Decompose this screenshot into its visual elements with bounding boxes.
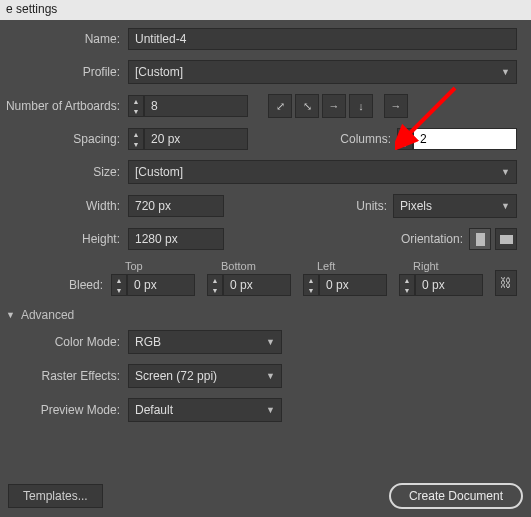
chevron-down-icon: ▼ [266, 371, 275, 381]
orientation-landscape[interactable] [495, 228, 517, 250]
units-select[interactable]: Pixels ▼ [393, 194, 517, 218]
size-label: Size: [0, 165, 128, 179]
raster-value: Screen (72 ppi) [135, 369, 217, 383]
raster-label: Raster Effects: [0, 369, 128, 383]
profile-select[interactable]: [Custom] ▼ [128, 60, 517, 84]
advanced-toggle[interactable]: ▼ Advanced [6, 308, 517, 322]
raster-select[interactable]: Screen (72 ppi) ▼ [128, 364, 282, 388]
width-label: Width: [0, 199, 128, 213]
stepper-down-icon[interactable]: ▼ [129, 106, 143, 116]
grid-by-col-icon[interactable]: ⤡ [295, 94, 319, 118]
columns-stepper[interactable]: ▲▼ [397, 128, 517, 150]
disclosure-triangle-icon: ▼ [6, 310, 15, 320]
units-value: Pixels [400, 199, 432, 213]
bleed-bottom-stepper[interactable]: ▲▼ [207, 274, 291, 296]
chevron-down-icon: ▼ [266, 337, 275, 347]
stepper-up-icon[interactable]: ▲ [129, 129, 143, 139]
size-value: [Custom] [135, 165, 183, 179]
preview-value: Default [135, 403, 173, 417]
bleed-top-input[interactable] [127, 274, 195, 296]
spacing-input[interactable] [144, 128, 248, 150]
bleed-label: Bleed: [0, 278, 111, 292]
advanced-label: Advanced [21, 308, 74, 322]
create-document-button[interactable]: Create Document [389, 483, 523, 509]
chevron-down-icon: ▼ [501, 67, 510, 77]
bleed-bottom-input[interactable] [223, 274, 291, 296]
artboards-label: Number of Artboards: [0, 99, 128, 113]
bleed-left-stepper[interactable]: ▲▼ [303, 274, 387, 296]
spacing-label: Spacing: [0, 132, 128, 146]
columns-input[interactable] [413, 128, 517, 150]
colormode-label: Color Mode: [0, 335, 128, 349]
stepper-down-icon[interactable]: ▼ [398, 139, 412, 149]
orientation-label: Orientation: [373, 232, 469, 246]
colormode-select[interactable]: RGB ▼ [128, 330, 282, 354]
bleed-right-label: Right [399, 260, 483, 272]
stepper-up-icon[interactable]: ▲ [129, 96, 143, 106]
columns-label: Columns: [321, 132, 397, 146]
bleed-top-label: Top [111, 260, 195, 272]
link-bleed-icon[interactable]: ⛓ [495, 270, 517, 296]
preview-label: Preview Mode: [0, 403, 128, 417]
bleed-right-stepper[interactable]: ▲▼ [399, 274, 483, 296]
spacing-stepper[interactable]: ▲▼ [128, 128, 248, 150]
chevron-down-icon: ▼ [501, 167, 510, 177]
window-title: e settings [0, 0, 531, 20]
profile-value: [Custom] [135, 65, 183, 79]
height-input[interactable] [128, 228, 224, 250]
artboards-input[interactable] [144, 95, 248, 117]
arrange-row-icon[interactable]: → [322, 94, 346, 118]
artboards-stepper[interactable]: ▲▼ [128, 95, 248, 117]
bleed-left-input[interactable] [319, 274, 387, 296]
templates-button[interactable]: Templates... [8, 484, 103, 508]
name-label: Name: [0, 32, 128, 46]
chevron-down-icon: ▼ [501, 201, 510, 211]
arrange-col-icon[interactable]: ↓ [349, 94, 373, 118]
grid-by-row-icon[interactable]: ⤢ [268, 94, 292, 118]
chevron-down-icon: ▼ [266, 405, 275, 415]
bleed-bottom-label: Bottom [207, 260, 291, 272]
profile-label: Profile: [0, 65, 128, 79]
bleed-left-label: Left [303, 260, 387, 272]
bleed-right-input[interactable] [415, 274, 483, 296]
stepper-down-icon[interactable]: ▼ [129, 139, 143, 149]
stepper-up-icon[interactable]: ▲ [398, 129, 412, 139]
rtl-icon[interactable]: → [384, 94, 408, 118]
width-input[interactable] [128, 195, 224, 217]
orientation-portrait[interactable] [469, 228, 491, 250]
units-label: Units: [317, 199, 393, 213]
colormode-value: RGB [135, 335, 161, 349]
bleed-top-stepper[interactable]: ▲▼ [111, 274, 195, 296]
size-select[interactable]: [Custom] ▼ [128, 160, 517, 184]
preview-select[interactable]: Default ▼ [128, 398, 282, 422]
height-label: Height: [0, 232, 128, 246]
name-input[interactable] [128, 28, 517, 50]
